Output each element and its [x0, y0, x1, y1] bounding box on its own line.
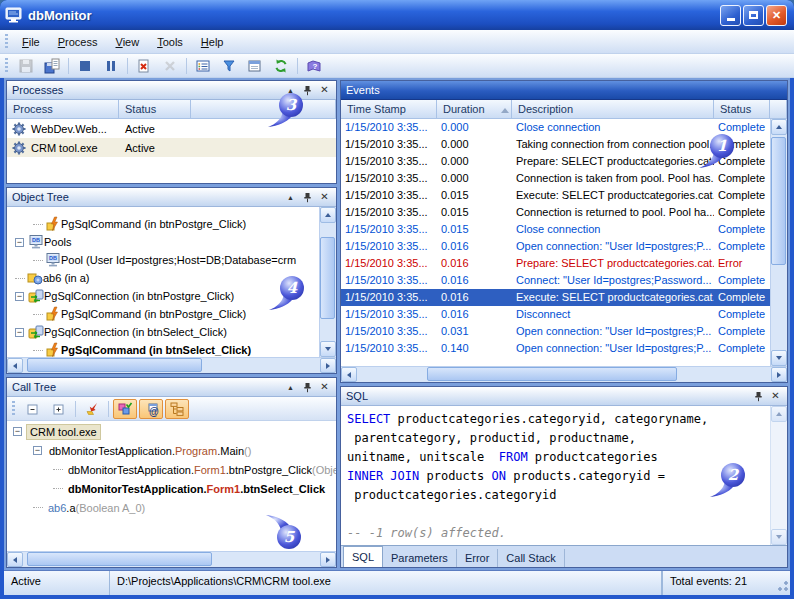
tree-expander-icon[interactable]: − — [13, 427, 22, 436]
toolbar-grip[interactable] — [3, 58, 10, 74]
pin-icon[interactable] — [752, 390, 765, 403]
events-grid-header[interactable]: Time Stamp Duration Description Status — [341, 100, 787, 119]
tree-expander-icon[interactable]: − — [33, 446, 42, 455]
event-row[interactable]: 1/15/2010 3:35...0.140Open connection: "… — [341, 340, 770, 357]
sql-vscrollbar[interactable] — [770, 406, 787, 545]
event-row[interactable]: 1/15/2010 3:35...0.016Execute: SELECT pr… — [341, 289, 770, 306]
export-button[interactable] — [40, 56, 64, 76]
close-panel-icon[interactable]: ✕ — [769, 390, 782, 403]
process-row[interactable]: CRM tool.exeActive — [7, 138, 336, 157]
tab-error[interactable]: Error — [457, 549, 498, 567]
object-tree-panel-title[interactable]: Object Tree ▲ ✕ — [7, 188, 336, 207]
object-tree-vscrollbar[interactable] — [319, 207, 336, 357]
call-tree-node[interactable]: ab6.a(Boolean A_0) — [7, 498, 336, 517]
events-hscrollbar[interactable] — [341, 366, 787, 382]
resize-grip[interactable] — [774, 571, 790, 595]
column-header-status[interactable]: Status — [714, 100, 770, 119]
pause-button[interactable] — [99, 56, 123, 76]
stop-button[interactable] — [73, 56, 97, 76]
close-panel-icon[interactable]: ✕ — [318, 381, 331, 394]
tree-expander-icon[interactable]: − — [15, 292, 24, 301]
event-row[interactable]: 1/15/2010 3:35...0.016Prepare: SELECT pr… — [341, 255, 770, 272]
menu-item-file[interactable]: File — [13, 32, 49, 52]
pin-icon[interactable] — [301, 191, 314, 204]
scroll-right-icon[interactable] — [771, 367, 787, 382]
collapse-panel-icon[interactable]: ▲ — [284, 191, 297, 204]
event-row[interactable]: 1/15/2010 3:35...0.016Open connection: "… — [341, 238, 770, 255]
call-tree-toolbar-grip[interactable] — [10, 401, 17, 417]
event-row[interactable]: 1/15/2010 3:35...0.015Execute: SELECT pr… — [341, 187, 770, 204]
menu-item-tools[interactable]: Tools — [148, 32, 192, 52]
scroll-right-icon[interactable] — [320, 358, 336, 373]
clear-button[interactable] — [158, 56, 182, 76]
column-header-process[interactable]: Process — [7, 100, 119, 119]
object-tree-node[interactable]: PgSqlCommand (in btnPostgre_Click) — [7, 215, 319, 233]
tree-expander-icon[interactable]: − — [15, 328, 24, 337]
processes-panel-title[interactable]: Processes ▲ ✕ — [7, 81, 336, 100]
event-row[interactable]: 1/15/2010 3:35...0.015Close connectionCo… — [341, 221, 770, 238]
object-tree-node[interactable]: DBPool (User Id=postgres;Host=DB;Databas… — [7, 251, 319, 269]
filter-button[interactable] — [217, 56, 241, 76]
tab-call-stack[interactable]: Call Stack — [498, 549, 565, 567]
call-tree-node[interactable]: −dbMonitorTestApplication.Program.Main() — [7, 441, 336, 460]
object-tree-node[interactable]: PgSqlCommand (in btnPostgre_Click) — [7, 305, 319, 323]
scroll-down-icon[interactable] — [771, 529, 787, 545]
event-row[interactable]: 1/15/2010 3:35...0.031Open connection: "… — [341, 323, 770, 340]
event-row[interactable]: 1/15/2010 3:35...0.000Prepare: SELECT pr… — [341, 153, 770, 170]
close-panel-icon[interactable]: ✕ — [318, 84, 331, 97]
scroll-right-icon[interactable] — [320, 552, 336, 567]
object-tree-hscrollbar[interactable] — [7, 357, 336, 373]
call-tree-node[interactable]: dbMonitorTestApplication.Form1.btnSelect… — [7, 479, 336, 498]
collapse-panel-icon[interactable]: ▲ — [284, 381, 297, 394]
object-tree-node[interactable]: PgSqlCommand (in btnSelect_Click) — [7, 341, 319, 357]
collapse-all-button[interactable] — [21, 399, 45, 419]
scroll-down-icon[interactable] — [771, 350, 787, 366]
menu-item-help[interactable]: Help — [192, 32, 233, 52]
delete-button[interactable] — [132, 56, 156, 76]
call-tree-node[interactable]: dbMonitorTestApplication.Form1.btnPostgr… — [7, 460, 336, 479]
events-vscrollbar[interactable] — [770, 119, 787, 366]
processes-grid-header[interactable]: Process Status — [7, 100, 336, 119]
process-row[interactable]: WebDev.Web...Active — [7, 119, 336, 138]
scroll-up-icon[interactable] — [771, 119, 787, 135]
goto-source-button[interactable] — [80, 399, 104, 419]
scroll-left-icon[interactable] — [7, 358, 23, 373]
object-tree-node[interactable]: ab6 (in a) — [7, 269, 319, 287]
toggle-methods-button[interactable] — [113, 399, 137, 419]
expand-all-button[interactable] — [47, 399, 71, 419]
minimize-button[interactable] — [720, 5, 741, 26]
scroll-up-icon[interactable] — [771, 406, 787, 422]
window-button[interactable] — [243, 56, 267, 76]
event-row[interactable]: 1/15/2010 3:35...0.000Connection is take… — [341, 170, 770, 187]
properties-button[interactable] — [191, 56, 215, 76]
events-panel-title[interactable]: Events — [341, 81, 787, 100]
toggle-address-button[interactable]: @ — [139, 399, 163, 419]
help-button[interactable]: ? — [302, 56, 326, 76]
maximize-button[interactable] — [743, 5, 764, 26]
refresh-button[interactable] — [269, 56, 293, 76]
scroll-left-icon[interactable] — [341, 367, 357, 382]
toggle-hierarchy-button[interactable] — [165, 399, 189, 419]
sql-editor[interactable]: SELECT productcategories.categoryid, cat… — [341, 406, 770, 545]
menu-item-view[interactable]: View — [107, 32, 149, 52]
close-button[interactable]: ✕ — [766, 5, 787, 26]
event-row[interactable]: 1/15/2010 3:35...0.016DisconnectComplete — [341, 306, 770, 323]
pin-icon[interactable] — [301, 381, 314, 394]
tree-expander-icon[interactable]: − — [15, 238, 24, 247]
object-tree-node[interactable]: −PgSqlConnection (in btnSelect_Click) — [7, 323, 319, 341]
scroll-up-icon[interactable] — [320, 207, 336, 223]
object-tree-node[interactable]: −PgSqlConnection (in btnPostgre_Click) — [7, 287, 319, 305]
scroll-left-icon[interactable] — [7, 552, 23, 567]
event-row[interactable]: 1/15/2010 3:35...0.015Connection is retu… — [341, 204, 770, 221]
tab-sql[interactable]: SQL — [343, 546, 383, 567]
column-header-duration[interactable]: Duration — [437, 100, 512, 119]
column-header-description[interactable]: Description — [512, 100, 714, 119]
event-row[interactable]: 1/15/2010 3:35...0.000Taking connection … — [341, 136, 770, 153]
scroll-down-icon[interactable] — [320, 341, 336, 357]
close-panel-icon[interactable]: ✕ — [318, 191, 331, 204]
column-header-status[interactable]: Status — [119, 100, 191, 119]
column-header-timestamp[interactable]: Time Stamp — [341, 100, 437, 119]
object-tree-node[interactable]: −DBPools — [7, 233, 319, 251]
menu-grip[interactable] — [3, 34, 10, 50]
tab-parameters[interactable]: Parameters — [383, 549, 457, 567]
